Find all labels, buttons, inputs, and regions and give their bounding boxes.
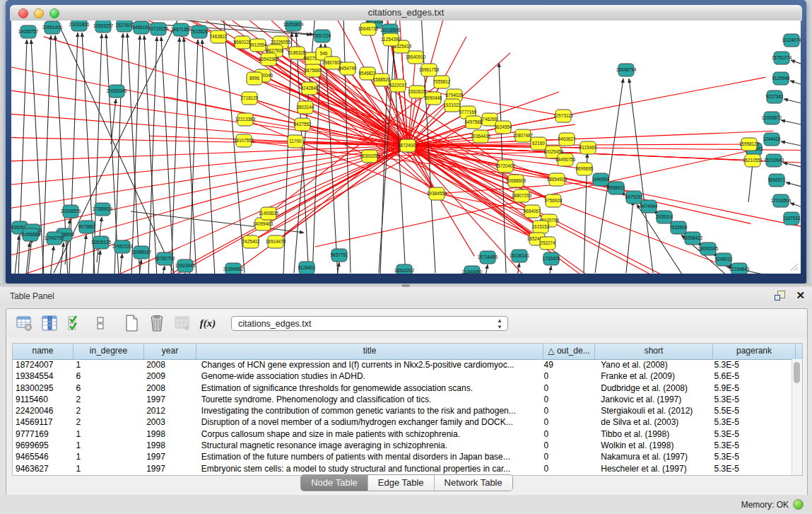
- select-rows-icon[interactable]: [66, 314, 84, 332]
- column-header-4[interactable]: △ out_de...: [543, 344, 595, 359]
- graph-node[interactable]: 2718129: [241, 92, 259, 105]
- close-panel-icon[interactable]: ✕: [796, 290, 805, 301]
- graph-node[interactable]: 16646731: [358, 23, 379, 35]
- graph-node[interactable]: 9463627: [558, 133, 576, 146]
- graph-node[interactable]: 8427552: [294, 118, 312, 131]
- graph-node[interactable]: 20053346: [107, 85, 127, 98]
- table-settings-icon[interactable]: [15, 314, 33, 332]
- graph-node[interactable]: 16958167: [131, 246, 152, 259]
- graph-node[interactable]: 20206576: [61, 205, 81, 218]
- graph-node[interactable]: 5912954: [249, 39, 267, 52]
- graph-node[interactable]: 21243450: [462, 266, 483, 274]
- graph-node[interactable]: 7615526: [191, 25, 208, 38]
- scrollbar-thumb[interactable]: [794, 362, 800, 383]
- table-row[interactable]: 1456911722003Disruption of a novel membe…: [13, 416, 792, 428]
- graph-hub-node[interactable]: 18724007: [398, 139, 418, 152]
- network-window-titlebar[interactable]: citations_edges.txt: [10, 5, 802, 21]
- graph-node[interactable]: 9129946: [772, 72, 790, 85]
- tab-node-table[interactable]: Node Table: [301, 475, 368, 491]
- graph-node[interactable]: 2935114: [656, 211, 673, 223]
- float-panel-icon[interactable]: [775, 290, 786, 301]
- new-column-icon[interactable]: [122, 314, 141, 332]
- graph-node[interactable]: 17359924: [93, 203, 113, 216]
- graph-node[interactable]: 1244415: [763, 133, 781, 146]
- graph-node[interactable]: 9115460: [579, 141, 597, 154]
- graph-node[interactable]: 3624554: [495, 121, 512, 134]
- tab-network-table[interactable]: Network Table: [435, 475, 512, 491]
- vertical-scrollbar[interactable]: [792, 359, 802, 475]
- graph-node[interactable]: 9699695: [576, 163, 594, 175]
- graph-node[interactable]: 9657791: [331, 249, 348, 262]
- graph-node[interactable]: 20691406: [42, 21, 63, 34]
- column-header-2[interactable]: year: [144, 344, 196, 359]
- graph-node[interactable]: 7857224: [314, 30, 331, 42]
- row-height-icon[interactable]: [91, 314, 110, 332]
- table-row[interactable]: 969969511998Structural magnetic resonanc…: [13, 440, 792, 451]
- graph-node[interactable]: 18640910: [406, 51, 426, 64]
- table-selector-dropdown[interactable]: citations_edges.txt ▲▼: [231, 316, 508, 331]
- graph-node[interactable]: 7632609: [670, 221, 688, 234]
- graph-node[interactable]: 9227343: [766, 90, 784, 103]
- table-row[interactable]: 977716911998Corpus callosum shape and si…: [13, 428, 792, 440]
- graph-node[interactable]: 9684067: [524, 205, 541, 218]
- graph-node[interactable]: 7463822: [210, 30, 228, 43]
- graph-node[interactable]: 9126401: [298, 262, 316, 274]
- graph-node[interactable]: 6479197: [625, 191, 643, 204]
- graph-node[interactable]: 8322037: [389, 79, 407, 92]
- graph-node[interactable]: 10807487: [513, 129, 534, 142]
- graph-node[interactable]: 16210643: [764, 154, 784, 167]
- delete-column-icon[interactable]: [148, 314, 166, 332]
- graph-node[interactable]: 18543202: [394, 264, 415, 274]
- graph-node[interactable]: 13505135: [91, 236, 112, 249]
- graph-node[interactable]: 1527602: [116, 21, 134, 32]
- graph-node[interactable]: 16648794: [616, 64, 637, 76]
- graph-node[interactable]: 15751074: [772, 52, 792, 64]
- graph-node[interactable]: 18107552: [234, 134, 254, 147]
- graph-node[interactable]: 18300295: [360, 150, 380, 163]
- graph-node[interactable]: 20031806: [69, 21, 90, 31]
- network-canvas[interactable]: 1405575720691406200318061065325715276026…: [11, 21, 801, 274]
- graph-node[interactable]: 10653257: [93, 21, 114, 33]
- graph-node[interactable]: 16961758: [419, 64, 440, 76]
- graph-node[interactable]: 9474444: [640, 200, 658, 213]
- graph-node[interactable]: 12213383: [235, 113, 256, 126]
- graph-node[interactable]: 20364436: [471, 130, 491, 143]
- graph-node[interactable]: 18495756: [555, 153, 576, 166]
- graph-node[interactable]: 9756928: [545, 194, 563, 207]
- graph-node[interactable]: 18807293: [512, 189, 532, 202]
- graph-node[interactable]: 18092045: [698, 243, 719, 255]
- graph-node[interactable]: 14055757: [18, 25, 39, 38]
- graph-node[interactable]: 17016504: [771, 194, 792, 207]
- graph-node[interactable]: 15958123: [739, 138, 760, 151]
- graph-node[interactable]: 12154843: [729, 263, 750, 274]
- graph-node[interactable]: 16053809: [283, 21, 304, 31]
- graph-node[interactable]: 11254392: [381, 33, 401, 46]
- column-header-1[interactable]: in_degree: [73, 344, 144, 359]
- graph-node[interactable]: 1733426: [543, 252, 560, 265]
- graph-node[interactable]: 9875685: [305, 64, 322, 77]
- graph-node[interactable]: 12942757: [45, 232, 65, 245]
- memory-ok-icon[interactable]: [793, 499, 804, 510]
- graph-node[interactable]: 1167533: [783, 212, 801, 225]
- graph-node[interactable]: 12923445: [175, 259, 196, 272]
- graph-node[interactable]: 9245012: [715, 253, 733, 266]
- table-row[interactable]: 911546021997Tourette syndrome. Phenomeno…: [13, 394, 792, 405]
- network-view-window[interactable]: citations_edges.txt 14055757206914062003…: [6, 0, 806, 284]
- graph-node[interactable]: 252274: [540, 237, 555, 250]
- graph-node[interactable]: 16914479: [266, 235, 286, 248]
- graph-node[interactable]: 1588520: [373, 74, 391, 86]
- graph-node[interactable]: 16543382: [259, 53, 279, 66]
- graph-node[interactable]: 1615152: [532, 221, 550, 233]
- resize-grip-icon[interactable]: [789, 262, 799, 271]
- show-column-icon[interactable]: [40, 314, 59, 332]
- column-header-6[interactable]: pagerank: [713, 344, 796, 359]
- graph-node[interactable]: 8454749: [339, 62, 357, 75]
- graph-node[interactable]: 11700: [288, 135, 303, 148]
- table-row[interactable]: 1938455462009Genome-wide association stu…: [13, 370, 792, 382]
- graph-node[interactable]: 2803144: [297, 101, 314, 114]
- graph-node[interactable]: 16210551: [743, 154, 763, 167]
- graph-node[interactable]: 7955812: [433, 76, 451, 88]
- column-header-0[interactable]: name: [13, 344, 73, 359]
- graph-node[interactable]: 11493635: [259, 207, 278, 220]
- graph-node[interactable]: 10688609: [506, 175, 526, 187]
